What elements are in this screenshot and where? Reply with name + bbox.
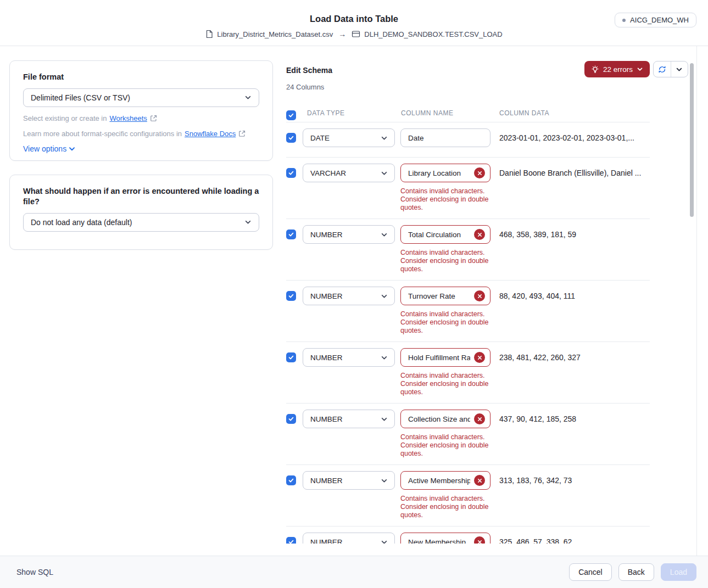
chevron-down-icon xyxy=(381,354,388,361)
row-checkbox[interactable] xyxy=(286,229,296,239)
check-icon xyxy=(288,112,294,119)
source-file-name: Library_District_Metrics_Dataset.csv xyxy=(217,30,333,38)
load-button[interactable]: Load xyxy=(661,563,696,581)
row-checkbox[interactable] xyxy=(286,168,296,178)
check-icon xyxy=(288,170,294,176)
worksheets-helper: Select existing or create in Worksheets xyxy=(23,114,259,122)
refresh-button[interactable] xyxy=(654,61,671,77)
chevron-down-icon xyxy=(676,66,683,73)
external-link-icon xyxy=(150,115,157,122)
file-format-title: File format xyxy=(23,72,259,82)
column-data-preview: 238, 481, 422, 260, 327 xyxy=(499,348,581,367)
data-type-select[interactable]: NUMBER xyxy=(303,287,395,305)
error-message: Contains invalid characters. Consider en… xyxy=(400,249,497,273)
column-name-field xyxy=(400,128,490,147)
check-icon xyxy=(288,539,294,544)
error-icon[interactable] xyxy=(474,229,485,240)
error-handling-select[interactable]: Do not load any data (default) xyxy=(23,213,259,232)
view-options-label: View options xyxy=(23,144,66,153)
x-icon xyxy=(477,355,482,360)
refresh-split-button xyxy=(653,61,688,77)
table-row: NUMBERContains invalid characters. Consi… xyxy=(286,342,650,404)
warehouse-badge[interactable]: AICG_DEMO_WH xyxy=(615,13,696,27)
row-checkbox[interactable] xyxy=(286,475,296,485)
view-options-toggle[interactable]: View options xyxy=(23,144,259,153)
data-type-select[interactable]: NUMBER xyxy=(303,410,395,428)
errors-dropdown-button[interactable]: 22 errors xyxy=(584,61,650,77)
x-icon xyxy=(477,540,482,544)
data-type-select[interactable]: VARCHAR xyxy=(303,164,395,182)
error-handling-question: What should happen if an error is encoun… xyxy=(23,186,259,207)
table-row: NUMBERContains invalid characters. Consi… xyxy=(286,527,650,544)
file-format-value: Delimited Files (CSV or TSV) xyxy=(31,93,130,102)
show-sql-link[interactable]: Show SQL xyxy=(16,568,53,576)
column-name-field xyxy=(400,471,490,490)
column-name-input[interactable] xyxy=(401,129,490,147)
data-type-value: NUMBER xyxy=(310,477,343,485)
error-handling-card: What should happen if an error is encoun… xyxy=(9,175,273,250)
column-data-preview: 88, 420, 493, 404, 111 xyxy=(499,287,575,305)
error-icon[interactable] xyxy=(474,352,485,363)
row-checkbox[interactable] xyxy=(286,537,296,544)
snowflake-docs-link[interactable]: Snowflake Docs xyxy=(185,130,236,138)
vertical-scrollbar[interactable] xyxy=(690,63,694,217)
row-checkbox[interactable] xyxy=(286,291,296,301)
data-type-value: VARCHAR xyxy=(310,169,346,177)
data-type-select[interactable]: NUMBER xyxy=(303,348,395,367)
error-message: Contains invalid characters. Consider en… xyxy=(400,433,497,458)
column-data-preview: 313, 183, 76, 342, 73 xyxy=(499,471,572,490)
table-icon xyxy=(352,30,360,38)
check-icon xyxy=(288,293,294,299)
row-checkbox[interactable] xyxy=(286,133,296,143)
error-icon[interactable] xyxy=(474,290,485,301)
lightbulb-icon xyxy=(591,65,599,74)
header-data-type: DATA TYPE xyxy=(307,109,401,117)
schema-options-button[interactable] xyxy=(671,61,688,77)
check-icon xyxy=(288,231,294,238)
column-name-field xyxy=(400,164,490,182)
error-icon[interactable] xyxy=(474,413,485,424)
error-icon[interactable] xyxy=(474,475,485,486)
data-type-select[interactable]: DATE xyxy=(303,128,395,147)
edit-schema-panel: Edit Schema 24 Columns 22 errors DATA TY… xyxy=(286,60,688,544)
data-type-select[interactable]: NUMBER xyxy=(303,533,395,544)
header-column-name: COLUMN NAME xyxy=(401,109,499,117)
chevron-down-icon xyxy=(381,539,388,544)
chevron-down-icon xyxy=(244,94,252,101)
file-icon xyxy=(205,30,213,38)
select-all-checkbox[interactable] xyxy=(286,110,296,120)
back-button[interactable]: Back xyxy=(618,563,654,581)
column-name-field xyxy=(400,225,490,244)
column-data-preview: 468, 358, 389, 181, 59 xyxy=(499,225,576,244)
chevron-down-icon xyxy=(381,293,388,300)
column-name-cell: Contains invalid characters. Consider en… xyxy=(400,287,490,335)
cancel-button[interactable]: Cancel xyxy=(569,563,612,581)
external-link-icon xyxy=(238,130,246,137)
docs-helper: Learn more about format-specific configu… xyxy=(23,130,259,138)
row-checkbox[interactable] xyxy=(286,414,296,424)
column-name-cell: Contains invalid characters. Consider en… xyxy=(400,471,490,519)
check-icon xyxy=(288,477,294,484)
table-row: DATE2023-01-01, 2023-02-01, 2023-03-01,.… xyxy=(286,122,650,158)
data-type-value: NUMBER xyxy=(310,538,343,544)
worksheets-link[interactable]: Worksheets xyxy=(109,114,147,122)
error-icon[interactable] xyxy=(474,536,485,544)
column-name-field xyxy=(400,287,490,305)
status-dot-icon xyxy=(622,19,626,22)
helper-text: Learn more about format-specific configu… xyxy=(23,130,182,138)
data-type-select[interactable]: NUMBER xyxy=(303,225,395,244)
chevron-down-icon xyxy=(68,145,76,153)
warehouse-name: AICG_DEMO_WH xyxy=(630,16,689,24)
data-type-select[interactable]: NUMBER xyxy=(303,471,395,490)
check-icon xyxy=(288,354,294,361)
row-checkbox[interactable] xyxy=(286,352,296,362)
file-format-select[interactable]: Delimited Files (CSV or TSV) xyxy=(23,88,259,107)
chevron-down-icon xyxy=(381,170,388,177)
check-icon xyxy=(288,135,294,141)
data-type-value: NUMBER xyxy=(310,231,343,239)
page-title: Load Data into Table xyxy=(0,0,708,24)
table-row: NUMBERContains invalid characters. Consi… xyxy=(286,219,650,281)
error-message: Contains invalid characters. Consider en… xyxy=(400,495,497,519)
breadcrumb: Library_District_Metrics_Dataset.csv → D… xyxy=(0,30,708,38)
error-icon[interactable] xyxy=(474,167,485,178)
